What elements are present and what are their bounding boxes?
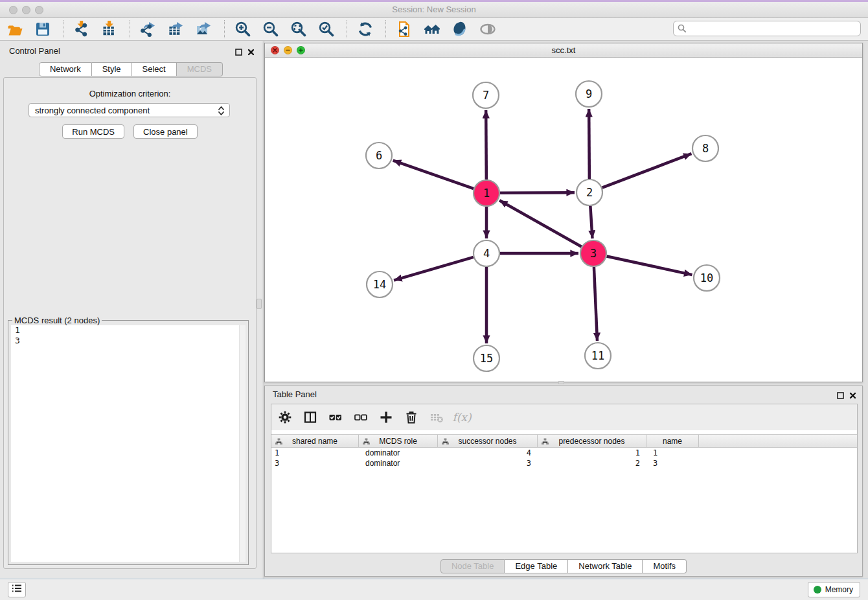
node-label: 14 — [373, 278, 386, 291]
search-input[interactable] — [673, 21, 861, 36]
edge-1-7[interactable] — [486, 110, 486, 179]
add-row-icon[interactable] — [379, 410, 393, 424]
float-panel-icon[interactable] — [235, 47, 242, 58]
graph-node-7[interactable]: 7 — [473, 82, 499, 108]
float-table-panel-icon[interactable] — [837, 390, 844, 402]
import-network-icon[interactable] — [73, 20, 91, 38]
graph-node-2[interactable]: 2 — [577, 179, 602, 205]
delete-row-icon[interactable] — [404, 410, 418, 424]
toolbar-separator — [347, 20, 347, 38]
tree-icon — [442, 438, 449, 447]
clone-network-icon[interactable] — [395, 20, 413, 38]
tab-style[interactable]: Style — [92, 62, 132, 76]
graph-node-6[interactable]: 6 — [366, 143, 392, 168]
close-panel-icon[interactable] — [247, 47, 255, 58]
memory-status-dot — [814, 586, 821, 594]
home-icon[interactable] — [423, 20, 441, 38]
table-cell: 1 — [646, 448, 699, 458]
graph-node-9[interactable]: 9 — [576, 81, 602, 107]
import-table-icon[interactable] — [100, 20, 119, 38]
node-label: 10 — [700, 271, 713, 284]
save-session-icon[interactable] — [34, 20, 52, 38]
close-table-panel-icon[interactable] — [849, 390, 856, 402]
zoom-selected-icon[interactable] — [317, 20, 336, 38]
graph-node-14[interactable]: 14 — [367, 271, 393, 297]
table-row[interactable]: 3dominator323 — [271, 458, 857, 468]
column-header-successor-nodes[interactable]: successor nodes — [438, 435, 538, 447]
network-window-titlebar: scc.txt — [265, 43, 862, 58]
graph-node-15[interactable]: 15 — [474, 345, 499, 371]
refresh-layout-icon[interactable] — [356, 20, 374, 38]
edge-2-3[interactable] — [590, 206, 592, 238]
graph-node-10[interactable]: 10 — [694, 265, 720, 291]
tab-mcds[interactable]: MCDS — [177, 62, 223, 76]
column-header-label: name — [663, 437, 682, 446]
table-cell: 1 — [538, 448, 646, 458]
table-tab-node-table[interactable]: Node Table — [440, 559, 505, 573]
vertical-splitter-handle[interactable] — [257, 299, 262, 309]
column-header-name[interactable]: name — [646, 435, 699, 447]
memory-button[interactable]: Memory — [808, 582, 860, 597]
node-label: 6 — [376, 149, 382, 162]
control-panel-title: Control Panel — [9, 46, 60, 56]
node-label: 4 — [483, 247, 490, 260]
graph-node-11[interactable]: 11 — [585, 343, 611, 369]
apply-style-icon[interactable] — [451, 20, 469, 38]
mcds-result-title: MCDS result (2 nodes) — [12, 316, 102, 325]
zoom-out-icon[interactable] — [262, 20, 280, 38]
table-cell: 4 — [438, 448, 538, 458]
zoom-in-icon[interactable] — [234, 20, 252, 38]
table-cell: 3 — [438, 458, 538, 468]
deselect-all-columns-icon[interactable] — [354, 410, 368, 424]
split-view-icon[interactable] — [303, 410, 317, 424]
table-tab-network-table[interactable]: Network Table — [568, 559, 643, 573]
tab-select[interactable]: Select — [132, 62, 177, 76]
table-tab-motifs[interactable]: Motifs — [643, 559, 687, 573]
list-icon — [12, 584, 22, 595]
edge-3-11[interactable] — [594, 267, 597, 341]
run-mcds-button[interactable]: Run MCDS — [62, 124, 124, 139]
memory-button-label: Memory — [825, 585, 853, 594]
search-field-wrap — [673, 21, 861, 36]
edge-3-10[interactable] — [607, 256, 692, 275]
graph-node-8[interactable]: 8 — [692, 135, 718, 161]
criterion-dropdown[interactable]: strongly connected component — [29, 103, 230, 117]
graph-node-4[interactable]: 4 — [474, 240, 499, 266]
node-label: 7 — [483, 89, 489, 102]
graph-node-1[interactable]: 1 — [474, 180, 499, 206]
network-canvas[interactable]: 7968124314101511 — [265, 58, 862, 382]
show-hide-graphics-icon[interactable] — [479, 20, 497, 38]
node-label: 15 — [480, 352, 493, 365]
export-table-icon[interactable] — [167, 20, 185, 38]
mcds-result-text[interactable]: 13 — [11, 325, 246, 562]
table-row[interactable]: 1dominator411 — [271, 448, 857, 458]
table-tab-edge-table[interactable]: Edge Table — [505, 559, 568, 573]
gear-icon[interactable] — [278, 410, 292, 424]
node-label: 2 — [586, 186, 593, 199]
tab-network[interactable]: Network — [39, 62, 92, 76]
edge-2-9[interactable] — [589, 109, 589, 179]
horizontal-splitter-handle[interactable] — [558, 381, 564, 384]
edge-3-1[interactable] — [499, 200, 582, 246]
column-header-shared-name[interactable]: shared name — [271, 435, 359, 447]
column-header-predecessor-nodes[interactable]: predecessor nodes — [538, 435, 646, 447]
edge-2-8[interactable] — [602, 154, 692, 187]
show-panel-list-button[interactable] — [8, 582, 26, 597]
tree-icon — [363, 438, 370, 447]
zoom-fit-icon[interactable] — [290, 20, 308, 38]
export-image-icon[interactable] — [195, 20, 213, 38]
export-network-icon[interactable] — [139, 20, 157, 38]
edge-1-2[interactable] — [500, 192, 575, 193]
control-panel: Control Panel NetworkStyleSelectMCDS Opt… — [0, 41, 262, 579]
edge-1-6[interactable] — [393, 161, 474, 189]
open-session-icon[interactable] — [6, 20, 24, 38]
graph-node-3[interactable]: 3 — [580, 240, 606, 266]
result-scrollbar[interactable] — [239, 325, 246, 562]
column-header-label: successor nodes — [458, 437, 516, 446]
column-header-MCDS-role[interactable]: MCDS role — [359, 435, 438, 447]
edge-4-14[interactable] — [394, 257, 474, 281]
close-panel-button[interactable]: Close panel — [133, 124, 198, 139]
select-all-columns-icon[interactable] — [328, 410, 343, 424]
toolbar-separator — [224, 20, 225, 38]
toolbar-separator — [130, 20, 130, 38]
